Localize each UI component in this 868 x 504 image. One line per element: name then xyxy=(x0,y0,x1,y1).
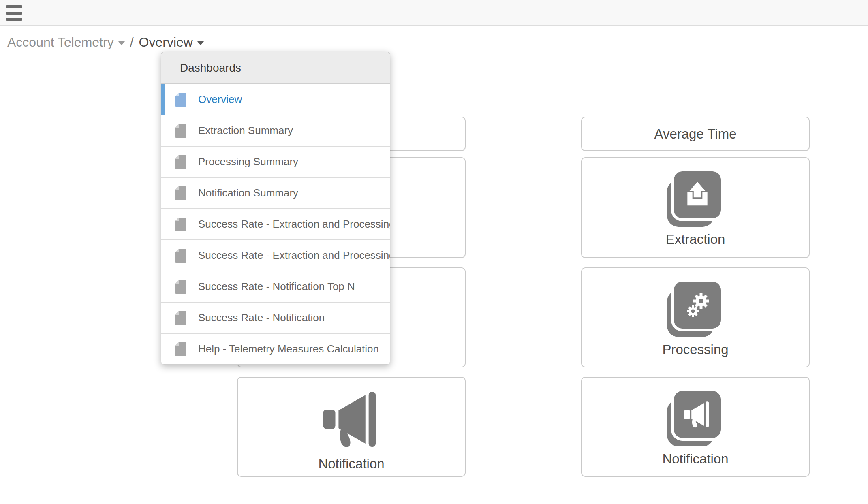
dashboards-menu-header: Dashboards xyxy=(161,52,390,84)
menu-item-help-telemetry-measures[interactable]: Help - Telemetry Measures Calculation xyxy=(161,333,390,364)
top-bar xyxy=(0,0,868,26)
menu-item-notification-summary[interactable]: Notification Summary xyxy=(161,177,390,208)
panel-card-notification-right[interactable]: Notification xyxy=(581,377,810,477)
hamburger-bar xyxy=(6,18,22,21)
caret-down-icon xyxy=(197,41,204,45)
dashboard-doc-icon xyxy=(175,217,187,232)
column-title-card: Average Time xyxy=(581,117,810,151)
dashboard-doc-icon xyxy=(175,342,187,357)
menu-item-success-rate-extraction-processing-top-n[interactable]: Success Rate - Extraction and Processing… xyxy=(161,208,390,239)
caret-down-icon xyxy=(118,41,125,45)
dashboard-doc-icon xyxy=(175,92,187,107)
dashboard-doc-icon xyxy=(175,280,187,294)
menu-item-success-rate-notification[interactable]: Success Rate - Notification xyxy=(161,302,390,333)
dashboards-menu: Dashboards Overview Extraction Summary P… xyxy=(161,52,390,365)
app-switcher[interactable]: Account Telemetry xyxy=(7,35,125,50)
panel-label: Extraction xyxy=(666,232,725,247)
panel-label: Processing xyxy=(662,342,728,357)
menu-item-success-rate-extraction-processing[interactable]: Success Rate - Extraction and Processing xyxy=(161,239,390,271)
menu-item-overview[interactable]: Overview xyxy=(161,84,390,115)
hamburger-menu-icon[interactable] xyxy=(6,5,24,21)
dashboard-switcher[interactable]: Overview xyxy=(139,35,204,50)
dashboard-doc-icon xyxy=(175,248,187,263)
dashboard-doc-icon xyxy=(175,124,187,138)
dashboards-menu-list: Overview Extraction Summary Processing S… xyxy=(161,84,390,364)
megaphone-icon xyxy=(317,387,385,451)
panel-card-notification[interactable]: Notification xyxy=(237,377,466,477)
column-title: Average Time xyxy=(654,126,737,142)
app-switcher-label: Account Telemetry xyxy=(7,35,114,50)
menu-item-processing-summary[interactable]: Processing Summary xyxy=(161,146,390,177)
dashboard-switcher-label: Overview xyxy=(139,35,193,50)
menu-item-extraction-summary[interactable]: Extraction Summary xyxy=(161,115,390,146)
upload-icon xyxy=(667,169,724,227)
dashboard-doc-icon xyxy=(175,186,187,201)
breadcrumb-separator: / xyxy=(130,35,134,50)
panel-label: Notification xyxy=(662,451,728,467)
panel-label: Notification xyxy=(318,456,384,472)
gears-icon xyxy=(667,279,724,337)
dashboard-doc-icon xyxy=(175,311,187,325)
dashboard-doc-icon xyxy=(175,155,187,169)
topbar-divider xyxy=(32,2,32,25)
hamburger-bar xyxy=(6,12,22,15)
menu-item-success-rate-notification-top-n[interactable]: Success Rate - Notification Top N xyxy=(161,271,390,302)
panel-card-processing[interactable]: Processing xyxy=(581,267,810,367)
hamburger-bar xyxy=(6,5,22,8)
panel-card-extraction[interactable]: Extraction xyxy=(581,157,810,258)
megaphone-icon xyxy=(667,388,724,446)
breadcrumb: Account Telemetry / Overview xyxy=(7,33,204,51)
